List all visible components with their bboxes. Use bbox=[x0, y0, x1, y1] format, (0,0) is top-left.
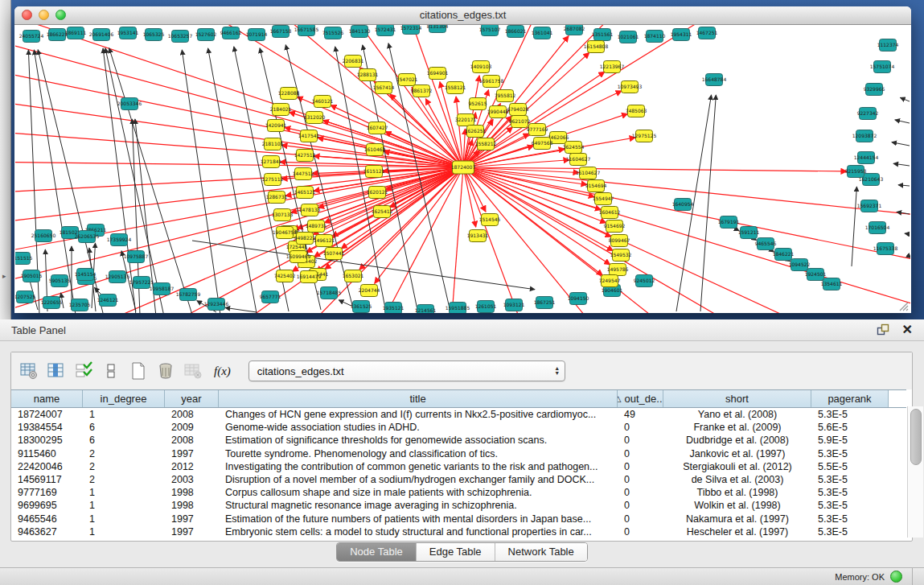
table-row[interactable]: 977716911998Corpus callosum shape and si… bbox=[11, 486, 906, 499]
delete-column-button[interactable] bbox=[154, 360, 177, 382]
show-columns-button[interactable] bbox=[45, 360, 68, 382]
combo-stepper-icon: ▲▼ bbox=[550, 361, 565, 381]
graph-node-label: 10973493 bbox=[618, 84, 643, 89]
table-scrollbar[interactable] bbox=[907, 406, 923, 538]
graph-node-label: 17016504 bbox=[865, 225, 890, 230]
memory-status-label: Memory: OK bbox=[835, 572, 885, 582]
table-row[interactable]: 911546021997Tourette syndrome. Phenomeno… bbox=[11, 447, 906, 460]
status-bar: Memory: OK bbox=[0, 567, 924, 585]
graph-node-label: 12213967 bbox=[600, 64, 625, 69]
graph-node-label: 16671585 bbox=[294, 27, 319, 32]
graph-node-label: 1228088 bbox=[278, 90, 300, 96]
table-select-combobox[interactable]: citations_edges.txt ▲▼ bbox=[248, 360, 565, 381]
table-cell: 5.3E-5 bbox=[811, 447, 889, 460]
delete-table-button[interactable] bbox=[182, 360, 204, 382]
table-cell: 1 bbox=[83, 525, 165, 538]
graph-node-label: 1312020 bbox=[304, 114, 326, 120]
table-row[interactable]: 1830029562008Estimation of significance … bbox=[11, 434, 906, 447]
graph-node-label: 1626251 bbox=[465, 128, 487, 134]
close-window-button[interactable] bbox=[22, 10, 32, 20]
table-cell: 5.5E-5 bbox=[811, 460, 889, 473]
graph-node-label: 16104627 bbox=[576, 170, 601, 175]
memory-status-indicator[interactable] bbox=[890, 571, 902, 583]
graph-node-label: 1214561 bbox=[415, 307, 437, 313]
table-cell: 18300295 bbox=[11, 434, 83, 447]
table-cell: 2008 bbox=[165, 408, 219, 421]
create-column-button[interactable] bbox=[127, 360, 150, 382]
graph-node-label: 20691406 bbox=[89, 31, 114, 37]
table-cell: 0 bbox=[618, 421, 663, 434]
table-cell: 2008 bbox=[165, 434, 219, 447]
graph-node-label: 952615 bbox=[469, 101, 487, 106]
graph-node-label: 1667158 bbox=[270, 28, 292, 34]
table-row[interactable]: 1872400712008Changes of HCN gene express… bbox=[11, 408, 906, 421]
column-header-out_de[interactable]: △out_de... bbox=[618, 390, 663, 407]
graph-node-label: 16154808 bbox=[584, 43, 609, 49]
function-builder-button[interactable]: f(x) bbox=[214, 365, 231, 378]
table-row[interactable]: 1938455462009Genome-wide association stu… bbox=[11, 421, 906, 434]
table-toolbar: f(x) citations_edges.txt ▲▼ bbox=[11, 352, 912, 389]
graph-node-label: 12905135 bbox=[105, 274, 130, 279]
window-title: citations_edges.txt bbox=[420, 9, 507, 21]
graph-node-label: 1572431 bbox=[375, 27, 396, 32]
table-row[interactable]: 969969511998Structural magnetic resonanc… bbox=[11, 499, 906, 512]
column-header-title[interactable]: title bbox=[219, 390, 618, 407]
table-panel: Table Panel ✕ bbox=[0, 319, 924, 585]
close-panel-icon[interactable]: ✕ bbox=[902, 323, 913, 336]
network-view-window: citations_edges.txt 24055724186622118691… bbox=[14, 6, 911, 313]
table-cell: Corpus callosum shape and size in male p… bbox=[219, 486, 618, 499]
graph-node-label: 16648784 bbox=[702, 76, 727, 82]
column-header-short[interactable]: short bbox=[663, 390, 811, 407]
minimize-window-button[interactable] bbox=[39, 10, 49, 20]
table-cell: 5.3E-5 bbox=[811, 473, 889, 486]
collapse-handle-icon[interactable]: ▸ bbox=[2, 272, 6, 280]
table-cell: Tourette syndrome. Phenomenology and cla… bbox=[219, 447, 618, 460]
column-header-in_degree[interactable]: in_degree bbox=[83, 390, 165, 407]
resize-grip-icon[interactable] bbox=[897, 300, 909, 311]
graph-node-label: 7249547 bbox=[599, 278, 621, 283]
table-row[interactable]: 946554611997Estimation of the future num… bbox=[11, 513, 906, 525]
graph-node-label: 11604627 bbox=[566, 156, 591, 162]
table-scrollbar-thumb[interactable] bbox=[910, 409, 922, 465]
graph-node-label: 2184021 bbox=[270, 106, 292, 112]
graph-node-label: 1207525 bbox=[15, 294, 36, 299]
tab-network-table[interactable]: Network Table bbox=[495, 543, 587, 561]
table-row[interactable]: 1456911722003Disruption of a novel membe… bbox=[11, 473, 906, 486]
tab-edge-table[interactable]: Edge Table bbox=[416, 543, 495, 561]
row-height-button[interactable] bbox=[100, 360, 122, 382]
graph-node-label: 16914479 bbox=[297, 274, 322, 279]
graph-node-label: 15718485 bbox=[317, 290, 342, 295]
graph-node-label: 1567414 bbox=[373, 84, 395, 90]
column-header-name[interactable]: name bbox=[11, 390, 83, 407]
table-cell: 1998 bbox=[165, 499, 219, 512]
column-header-pagerank[interactable]: pagerank bbox=[811, 390, 889, 407]
graph-node-label: 1904601 bbox=[602, 287, 623, 293]
graph-node-label: 1420941 bbox=[265, 122, 287, 128]
tab-node-table[interactable]: Node Table bbox=[337, 543, 416, 561]
table-options-button[interactable] bbox=[18, 360, 40, 382]
graph-node-label: 1591211 bbox=[738, 229, 760, 235]
table-cell: 9699695 bbox=[11, 499, 83, 512]
graph-node-label: 1625412 bbox=[372, 208, 393, 214]
network-canvas[interactable]: 2405572418662211869111206914061953141106… bbox=[15, 25, 910, 313]
graph-node-label: 26206535 bbox=[75, 233, 100, 239]
zoom-window-button[interactable] bbox=[55, 10, 66, 20]
graph-node-label: 18724007 bbox=[451, 164, 476, 170]
graph-node-label: 1527602 bbox=[195, 31, 217, 37]
table-panel-titlebar[interactable]: Table Panel ✕ bbox=[0, 319, 924, 341]
table-cell: 9115460 bbox=[11, 447, 83, 460]
network-canvas-svg[interactable]: 2405572418662211869111206914061953141106… bbox=[15, 25, 910, 313]
graph-node-label: 1467251 bbox=[696, 30, 718, 35]
graph-node-label: 1286731 bbox=[266, 194, 288, 200]
table-row[interactable]: 946362711997Embryonic stem cells: a mode… bbox=[11, 525, 906, 538]
select-columns-button[interactable] bbox=[72, 360, 95, 382]
table-row[interactable]: 2242004622012Investigating the contribut… bbox=[11, 460, 906, 473]
graph-node-label: 1275112 bbox=[262, 176, 284, 182]
table-cell: 22420046 bbox=[11, 460, 83, 473]
float-panel-icon[interactable] bbox=[877, 323, 889, 336]
column-header-year[interactable]: year bbox=[165, 390, 219, 407]
window-titlebar[interactable]: citations_edges.txt bbox=[14, 6, 911, 25]
table-cell: 1998 bbox=[165, 486, 219, 499]
graph-node-label: 5905135 bbox=[49, 278, 71, 283]
table-cell: 6 bbox=[83, 434, 165, 447]
